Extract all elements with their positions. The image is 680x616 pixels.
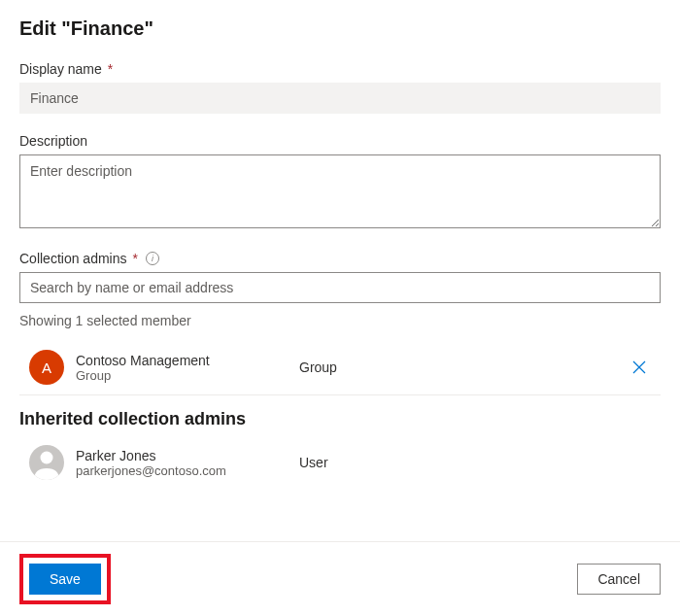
member-subtitle: parkerjones@contoso.com [76, 463, 299, 478]
display-name-label: Display name* [19, 61, 661, 77]
info-icon[interactable]: i [146, 252, 159, 265]
required-indicator: * [108, 61, 113, 77]
save-button[interactable]: Save [29, 564, 101, 595]
required-indicator: * [133, 251, 138, 266]
collection-admins-label: Collection admins* i [19, 251, 661, 266]
cancel-button[interactable]: Cancel [577, 564, 661, 595]
collection-admins-search-input[interactable] [19, 272, 661, 303]
description-textarea[interactable] [19, 154, 661, 228]
description-label: Description [19, 133, 661, 149]
display-name-input[interactable] [19, 83, 661, 114]
save-highlight: Save [19, 554, 111, 604]
user-avatar [29, 445, 64, 480]
member-subtitle: Group [76, 368, 299, 383]
group-avatar: A [29, 350, 64, 385]
close-icon [632, 360, 646, 374]
remove-member-button[interactable] [626, 354, 653, 381]
member-name: Contoso Management [76, 353, 299, 368]
member-row: A Contoso Management Group Group [19, 340, 661, 395]
showing-count: Showing 1 selected member [19, 313, 661, 328]
member-type: Group [299, 359, 626, 375]
footer: Save Cancel [0, 541, 680, 604]
inherited-member-row: Parker Jones parkerjones@contoso.com Use… [19, 435, 661, 490]
inherited-admins-heading: Inherited collection admins [19, 409, 661, 429]
page-title: Edit "Finance" [19, 17, 661, 40]
person-icon [29, 445, 64, 480]
svg-point-2 [41, 452, 53, 464]
member-type: User [299, 455, 653, 470]
member-name: Parker Jones [76, 448, 299, 463]
